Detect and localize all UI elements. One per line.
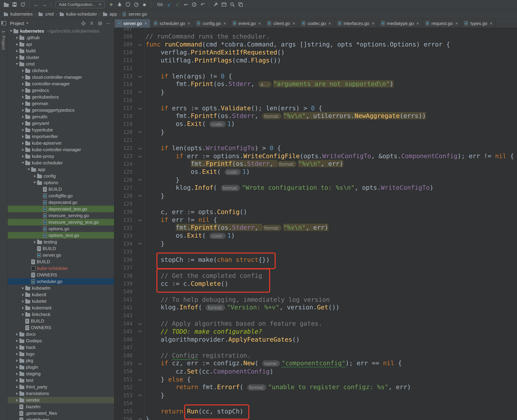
code-line-141[interactable]: 141 // To help debugging, immediately lo… (114, 295, 517, 303)
search-everywhere-icon[interactable] (229, 1, 236, 8)
tree-item-genswaggertypedocs[interactable]: genswaggertypedocs (7, 107, 114, 113)
code-line-121[interactable]: 121 (114, 136, 517, 144)
code-line-153[interactable]: 153 } (114, 391, 517, 399)
fold-collapse-icon[interactable] (139, 322, 142, 325)
code-line-137[interactable]: 137 (114, 263, 517, 271)
editor-tab-interfaces.go[interactable]: interfaces.go (334, 19, 378, 28)
tree-expanded-arrow-icon[interactable] (21, 162, 25, 164)
tree-collapsed-arrow-icon[interactable] (15, 372, 19, 375)
code-text[interactable]: verflag.PrintAndExitIfRequested() (146, 48, 517, 56)
fold-gutter[interactable] (133, 136, 146, 144)
tree-item-test[interactable]: test (7, 377, 114, 383)
tree-item-cluster[interactable]: cluster (7, 54, 114, 61)
fold-gutter[interactable] (133, 28, 146, 32)
tree-collapsed-arrow-icon[interactable] (21, 300, 25, 303)
code-line-145[interactable]: 145 // TODO: make configurable? (114, 327, 517, 335)
tree-item-docs[interactable]: docs (7, 331, 114, 338)
code-line-119[interactable]: 119 os.Exit( code:1) (114, 120, 517, 128)
code-line-130[interactable]: 130 c, err := opts.Config() (114, 208, 517, 216)
code-line-129[interactable]: 129 (114, 200, 517, 208)
fold-gutter[interactable] (133, 208, 146, 216)
tree-item-.generated_files[interactable]: .generated_files (7, 410, 114, 417)
close-icon[interactable] (258, 21, 261, 25)
tree-item-OWNERS[interactable]: OWNERS (7, 324, 114, 331)
fold-gutter[interactable] (133, 407, 146, 415)
tree-collapsed-arrow-icon[interactable] (21, 307, 25, 309)
line-number[interactable]: 140 (114, 288, 133, 295)
tree-collapsed-arrow-icon[interactable] (21, 76, 25, 79)
code-line-151[interactable]: 151 } else { (114, 375, 517, 383)
line-number[interactable]: 124 (114, 161, 133, 167)
fold-gutter[interactable] (133, 224, 146, 232)
line-number[interactable]: 144 (114, 320, 133, 327)
tree-item-kube-proxy[interactable]: kube-proxy (7, 153, 114, 159)
tree-item-translations[interactable]: translations (7, 390, 114, 397)
line-number[interactable]: 143 (114, 312, 133, 319)
tree-expanded-arrow-icon[interactable] (15, 63, 19, 65)
fold-gutter[interactable] (133, 176, 146, 184)
code-text[interactable]: } (146, 192, 517, 200)
tree-collapsed-arrow-icon[interactable] (15, 339, 19, 342)
tree-collapsed-arrow-icon[interactable] (21, 148, 25, 151)
tree-item-.gitattributes[interactable]: .gitattributes (7, 417, 114, 420)
breadcrumb-item-app[interactable]: app (103, 11, 117, 17)
code-line-144[interactable]: 144 // Apply algorithms based on feature… (114, 319, 517, 327)
fold-gutter[interactable] (133, 287, 146, 295)
code-text[interactable]: fmt.Fprintf(os.Stderr, format:"%v\n", ut… (146, 112, 517, 120)
tree-collapsed-arrow-icon[interactable] (15, 399, 19, 401)
tree-item-.github[interactable]: .github (7, 34, 114, 41)
chevron-down-icon[interactable] (26, 22, 29, 24)
code-text[interactable]: os.Exit( code:1) (146, 231, 517, 240)
code-text[interactable]: algorithmprovider.ApplyFeatureGates() (146, 335, 517, 343)
tree-item-BUILD[interactable]: BUILD (7, 186, 114, 193)
line-number[interactable]: 109 (114, 41, 133, 47)
fold-end-icon[interactable] (139, 243, 142, 246)
line-number[interactable]: 110 (114, 49, 133, 55)
line-number[interactable]: 123 (114, 153, 133, 159)
debug-icon[interactable] (116, 1, 123, 8)
code-line-114[interactable]: 114 fmt.Fprint(os.Stderr, a…:"arguments … (114, 80, 517, 88)
tree-item-BUILD[interactable]: BUILD (7, 245, 114, 252)
close-icon[interactable] (293, 21, 295, 25)
line-number[interactable]: 141 (114, 296, 133, 303)
code-text[interactable]: } (146, 128, 517, 136)
fold-gutter[interactable] (133, 271, 146, 279)
line-number[interactable]: 134 (114, 240, 133, 247)
fold-gutter[interactable] (133, 319, 146, 327)
line-number[interactable]: 154 (114, 400, 133, 406)
tree-collapsed-arrow-icon[interactable] (21, 128, 25, 131)
git-rollback-icon[interactable]: ↩ (183, 1, 189, 8)
fold-collapse-icon[interactable] (139, 154, 142, 158)
breadcrumb-item-kube-scheduler[interactable]: kube-scheduler (59, 11, 97, 17)
fold-gutter[interactable] (133, 152, 146, 160)
code-text[interactable]: } (146, 415, 517, 420)
line-number[interactable]: 156 (114, 416, 133, 420)
code-line-126[interactable]: 126 } (114, 176, 517, 184)
close-icon[interactable] (455, 21, 458, 25)
close-icon[interactable] (223, 21, 226, 25)
tree-collapsed-arrow-icon[interactable] (21, 122, 25, 125)
code-line-149[interactable]: 149 if cz, err := configz.New( name:"com… (114, 359, 517, 367)
line-number[interactable]: 147 (114, 344, 133, 351)
code-text[interactable]: utilflag.PrintFlags(cmd.Flags()) (146, 56, 517, 64)
code-line-147[interactable]: 147 (114, 343, 517, 351)
fold-collapse-icon[interactable] (139, 361, 142, 365)
code-text[interactable]: // Apply algorithms based on feature gat… (146, 319, 517, 327)
tree-item-hack[interactable]: hack (7, 344, 114, 351)
tree-collapsed-arrow-icon[interactable] (15, 392, 19, 395)
fold-gutter[interactable] (133, 335, 146, 343)
line-number[interactable]: 127 (114, 185, 133, 191)
tree-item-kubeadm[interactable]: kubeadm (7, 285, 114, 291)
fold-collapse-icon[interactable] (139, 377, 142, 381)
editor-tab-scheduler.go[interactable]: scheduler.go (150, 19, 194, 28)
tree-item-kube-scheduler[interactable]: kube-scheduler (7, 265, 114, 271)
line-number[interactable]: 108 (114, 33, 133, 39)
tree-collapsed-arrow-icon[interactable] (21, 313, 25, 316)
fold-gutter[interactable] (133, 240, 146, 248)
fold-gutter[interactable] (133, 248, 146, 256)
tree-collapsed-arrow-icon[interactable] (15, 366, 19, 368)
tree-item-kubernetes[interactable]: kubernetes~/go/src/k8s.io/kubernetes (7, 28, 114, 34)
editor-tab-config.go[interactable]: config.go (194, 19, 229, 28)
fold-collapse-icon[interactable] (139, 218, 142, 221)
fold-end-icon[interactable] (139, 394, 142, 398)
